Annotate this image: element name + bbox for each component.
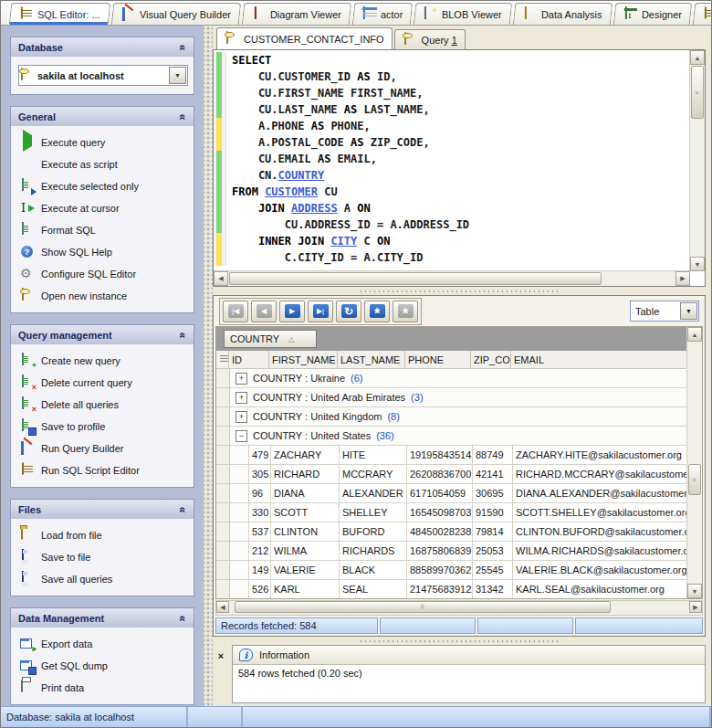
workspace-tab-visual-query-builder[interactable]: Visual Query Builder (110, 3, 241, 25)
panel-header[interactable]: General« (11, 107, 194, 126)
sidebar-item-print-data[interactable]: Print data (16, 677, 190, 699)
sidebar-item-run-query-builder[interactable]: Run Query Builder (16, 438, 190, 459)
grid-hscrollbar[interactable]: ◀ ⠿ ▶ (215, 600, 703, 616)
sidebar-item-create-new-query[interactable]: +Create new query (16, 350, 190, 372)
scroll-down-button[interactable]: ▼ (687, 584, 702, 598)
sidebar-item-save-all-queries[interactable]: Save all queries (16, 568, 190, 590)
view-mode-select[interactable]: Table ▼ (630, 301, 699, 322)
last-record-button[interactable] (308, 301, 333, 322)
editor-hscrollbar[interactable]: ◀ ▶ (214, 270, 690, 286)
scroll-right-button[interactable]: ▶ (689, 601, 702, 613)
sidebar-item-get-sql-dump[interactable]: Get SQL dump (16, 655, 190, 677)
table-row[interactable]: 96DIANAALEXANDER617105405930695DIANA.ALE… (216, 484, 687, 503)
sidebar-item-configure-sql-editor[interactable]: ⚙Configure SQL Editor (16, 263, 190, 285)
collapse-chevron-icon[interactable]: « (177, 44, 190, 50)
scroll-down-button[interactable]: ▼ (690, 257, 705, 271)
stop-fetch-button[interactable] (393, 301, 418, 322)
editor-vscroll-thumb[interactable]: ≡ (691, 66, 704, 119)
sidebar-item-execute-at-cursor[interactable]: Execute at cursor (16, 197, 190, 219)
table-row[interactable]: 479ZACHARYHITE19195843514288749ZACHARY.H… (216, 446, 687, 465)
collapse-chevron-icon[interactable]: « (177, 332, 190, 338)
chevron-down-icon[interactable]: ▼ (680, 302, 697, 320)
sidebar-item-run-sql-script-editor[interactable]: Run SQL Script Editor (16, 459, 190, 481)
column-header-first_name[interactable]: FIRST_NAME (269, 351, 338, 368)
table-link[interactable]: CUSTOMER (265, 185, 318, 198)
first-record-button[interactable] (223, 301, 248, 322)
table-link[interactable]: ADDRESS (291, 202, 338, 215)
workspace-tab-sq[interactable]: SQ (693, 3, 712, 25)
database-select[interactable]: sakila at localhost▼ (18, 65, 188, 86)
group-by-panel[interactable]: COUNTRY △ (216, 327, 687, 351)
expand-group-icon[interactable]: + (236, 392, 247, 404)
table-link[interactable]: COUNTRY (278, 169, 325, 182)
sidebar-splitter[interactable] (204, 26, 213, 707)
collapse-chevron-icon[interactable]: « (177, 506, 190, 512)
column-header-zip_code[interactable]: ZIP_CODE (471, 351, 511, 368)
sql-code[interactable]: SELECT CU.CUSTOMER_ID AS ID, CU.FIRST_NA… (214, 52, 690, 271)
grid-vscroll-thumb[interactable]: ≡ (688, 464, 701, 495)
sidebar-item-save-to-profile[interactable]: Save to profile (16, 416, 190, 438)
table-row[interactable]: 149VALERIEBLACK88589970362125545VALERIE.… (216, 561, 687, 580)
column-header-email[interactable]: EMAIL (511, 351, 687, 368)
scroll-left-button[interactable]: ◀ (216, 601, 229, 613)
column-header-id[interactable]: ID (229, 351, 269, 368)
column-header-last_name[interactable]: LAST_NAME (338, 351, 405, 368)
sql-editor[interactable]: SELECT CU.CUSTOMER_ID AS ID, CU.FIRST_NA… (213, 49, 706, 287)
sidebar-item-export-data[interactable]: ▸Export data (16, 633, 190, 655)
collapse-chevron-icon[interactable]: « (177, 615, 190, 621)
workspace-tab-blob-viewer[interactable]: BLOB Viewer (414, 3, 512, 25)
sidebar-item-format-sql[interactable]: Format SQL (16, 219, 190, 241)
scroll-right-button[interactable]: ▶ (675, 271, 690, 286)
editor-hscroll-thumb[interactable] (229, 272, 602, 285)
group-row[interactable]: −COUNTRY : United States (36) (216, 427, 687, 446)
workspace-tab-diagram-viewer[interactable]: Diagram Viewer (242, 3, 352, 25)
expand-group-icon[interactable]: + (236, 373, 247, 385)
sidebar-item-delete-current-query[interactable]: ×Delete current query (16, 372, 190, 394)
workspace-tab-data-analysis[interactable]: Data Analysis (513, 3, 613, 25)
chevron-down-icon[interactable]: ▼ (169, 67, 186, 84)
sidebar-item-save-to-file[interactable]: Save to file (16, 546, 190, 568)
sidebar-item-show-sql-help[interactable]: ?Show SQL Help (16, 241, 190, 263)
expand-group-icon[interactable]: + (236, 411, 247, 423)
next-record-button[interactable] (279, 301, 305, 322)
table-row[interactable]: 537CLINTONBUFORD48450028238179814CLINTON… (216, 522, 687, 542)
workspace-tab-sql-editor[interactable]: SQL Editor: ... (9, 3, 110, 25)
collapse-chevron-icon[interactable]: « (177, 113, 190, 120)
editor-tab-customer-contact-info[interactable]: CUSTOMER_CONTACT_INFO (216, 27, 393, 49)
panel-header[interactable]: Data Management« (11, 608, 194, 628)
scroll-left-button[interactable]: ◀ (214, 271, 228, 286)
scroll-up-button[interactable]: ▲ (687, 327, 702, 342)
fetch-all-button[interactable] (364, 301, 390, 322)
table-row[interactable]: 305RICHARDMCCRARY26208836700142141RICHAR… (216, 465, 687, 484)
group-field-chip[interactable]: COUNTRY △ (224, 330, 317, 348)
sidebar-item-execute-query[interactable]: Execute query (16, 132, 190, 153)
sidebar-item-delete-all-queries[interactable]: ×Delete all queries (16, 394, 190, 416)
scroll-up-button[interactable]: ▲ (690, 50, 705, 65)
grid-hscroll-thumb[interactable]: ⠿ (235, 601, 611, 613)
table-link[interactable]: CITY (330, 235, 357, 248)
table-row[interactable]: 212WILMARICHARDS16875806839725053WILMA.R… (216, 542, 687, 561)
panel-header[interactable]: Files« (11, 500, 194, 519)
refresh-records-button[interactable] (336, 301, 361, 322)
column-header-phone[interactable]: PHONE (405, 351, 471, 368)
workspace-tab-designer[interactable]: Designer (613, 3, 693, 25)
row-indicator-header[interactable] (216, 351, 229, 368)
editor-tab-query-1[interactable]: Query 1 (394, 29, 466, 49)
sidebar-item-execute-as-script[interactable]: Execute as script (16, 153, 190, 175)
table-row[interactable]: 526KARLSEAL21475683912231342KARL.SEAL@sa… (216, 580, 687, 598)
table-row[interactable]: 330SCOTTSHELLEY16545098703791590SCOTT.SH… (216, 503, 687, 522)
prior-record-button[interactable] (251, 301, 277, 322)
panel-header[interactable]: Database« (11, 37, 194, 57)
workspace-tab-actor[interactable]: actor (352, 3, 414, 25)
group-row[interactable]: +COUNTRY : United Arab Emirates (3) (216, 388, 687, 407)
close-icon[interactable]: × (215, 649, 228, 662)
sidebar-item-load-from-file[interactable]: Load from file (16, 524, 190, 546)
editor-results-splitter[interactable] (213, 287, 706, 295)
group-row[interactable]: +COUNTRY : United Kingdom (8) (216, 407, 687, 427)
sidebar-item-execute-selected-only[interactable]: Execute selected only (16, 175, 190, 197)
panel-header[interactable]: Query management« (11, 325, 194, 344)
grid-vscrollbar[interactable]: ▲ ≡ ▼ (686, 327, 702, 598)
group-row[interactable]: +COUNTRY : Ukraine (6) (216, 369, 687, 388)
results-info-splitter[interactable] (213, 637, 706, 645)
collapse-group-icon[interactable]: − (236, 430, 247, 442)
